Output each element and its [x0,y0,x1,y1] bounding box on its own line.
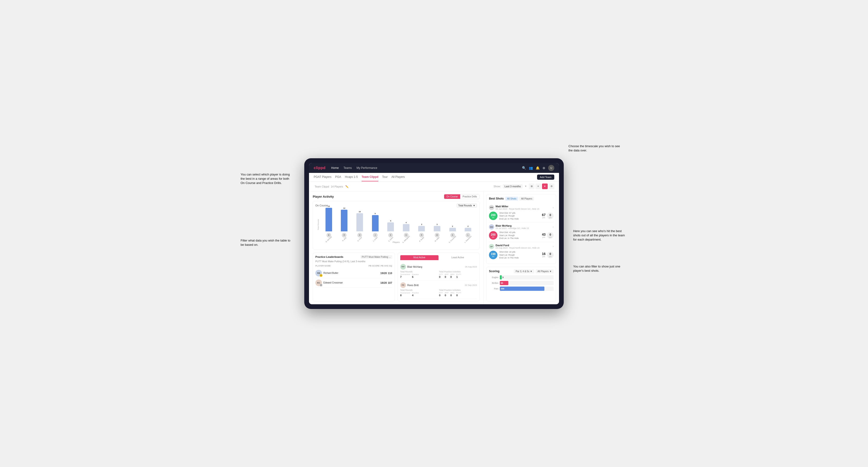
ma-putt-1: PUTT 1 [456,273,461,278]
edit-icon[interactable]: ✏️ [345,185,349,188]
shot-chevron-1[interactable]: › [553,206,554,209]
ma-rounds-row-1: Tournament 7 Practice 6 [400,273,438,278]
bs-filter-all-players[interactable]: All Players [519,197,534,201]
tab-tour[interactable]: Tour [382,173,388,181]
team-header: Team Clippd 14 Players ✏️ Show: Last 3 m… [309,182,559,191]
sub-nav: PGAT Players PGA Hcaps 1-5 Team Clippd T… [309,173,559,182]
shot-item-1[interactable]: MM Matt Miller 09 Jun 2023 · Royal North… [489,203,554,223]
shot-metrics-3: 16 yds 0 yds [542,252,554,258]
scoring-row: Pars 499 [489,286,554,291]
view-list-button[interactable]: ≡ [535,184,541,189]
scoring-bar-fill: 499 [500,286,545,291]
ma-activities-row-2: GTT 0 APP 0 [439,292,477,297]
ma-player-name-2: Rees Britt [407,284,418,286]
shot-metric-zero-1: 0 yds [547,213,554,219]
ma-gtt-2: GTT 0 [439,292,443,297]
ma-date-2: 02 Sep 2023 [465,284,477,286]
shot-metric-dist-1: 67 yds [542,213,546,219]
scoring-row: Birdies 96 [489,281,554,285]
tab-least-active[interactable]: Least Active [438,255,477,260]
shot-avatar-3: DF [489,244,494,249]
shot-item-2[interactable]: BM Blair McHarg 23 Jul 2023 · Ashridge G… [489,222,554,242]
bar-value: 3 [437,223,437,225]
chevron-down-icon[interactable]: ▼ [525,185,527,187]
nav-link-myperformance[interactable]: My Performance [356,166,377,170]
best-shots-title: Best Shots [489,197,504,200]
annotation-right-bottom: You can also filter to show just one pla… [573,264,625,273]
practice-leaderboard-filter[interactable]: PUTT Must Make Putting ... [361,255,392,259]
pb-avatar-1: RB 1 [315,270,322,276]
bar-value: 9 [375,213,375,215]
tab-most-active[interactable]: Most Active [400,255,439,260]
shot-player-name-2: Blair McHarg [496,224,529,227]
pb-row-2[interactable]: EC 2 Edward Crossman 18/20 107 [315,278,392,288]
bar [465,228,471,231]
pb-rank-1: 1 [319,274,322,277]
bar [387,222,394,231]
tab-pga[interactable]: PGA [335,173,341,181]
shot-course-info-3: 24 Aug 2023 · Royal North Devon GC, Hole… [496,247,539,249]
avatar[interactable]: U [548,165,554,171]
bell-icon[interactable]: 🔔 [536,166,540,170]
shot-metrics-1: 67 yds 0 yds [542,213,554,219]
bar [326,208,332,231]
most-active-header: Most Active Least Active [400,255,477,260]
pb-score-2: 18/20 [380,281,387,284]
show-controls: Show: Last 3 months ▼ ⊞ ≡ ♥ ⚙ [493,184,554,189]
ma-practice-val-1: 6 [412,276,419,278]
ma-tournament-2: Tournament 8 [400,292,410,297]
plus-circle-icon[interactable]: ⊕ [542,166,545,170]
view-heart-button[interactable]: ♥ [542,184,548,189]
scoring-filter-players[interactable]: All Players ▼ [536,269,554,273]
search-icon[interactable]: 🔍 [522,166,526,170]
scoring-title: Scoring [489,270,500,273]
tab-team-clippd[interactable]: Team Clippd [362,173,378,181]
shot-chevron-3[interactable]: › [553,245,554,248]
nav-link-home[interactable]: Home [331,166,339,170]
ma-activities-group-1: Total Practice Activities GTT 0 APP [439,271,477,278]
chevron-down-icon: ▼ [549,270,552,273]
tab-all-players[interactable]: All Players [391,173,405,181]
shot-desc-1: Shot Dist: 67 yds Start Lie: Rough End L… [499,212,540,220]
pb-player-name-2: Edward Crossman [323,281,343,284]
nav-link-teams[interactable]: Teams [343,166,352,170]
bs-filter-all-shots[interactable]: All Shots [505,197,518,201]
chart-bars: 13 B B. McHarg 12 R R. Britt 10 D D. For… [322,205,475,240]
view-icons: ⊞ ≡ ♥ ⚙ [529,184,554,189]
pb-avg-2: 107 [388,281,392,284]
ma-player-item-2[interactable]: RB Rees Britt 02 Sep 2023 Total Rounds [400,280,477,299]
shot-player-name-3: David Ford [496,244,539,247]
view-grid-button[interactable]: ⊞ [529,184,534,189]
bar-col: 13 B B. McHarg [322,205,336,240]
ma-player-item-1[interactable]: BM Blair McHarg 26 Aug 2023 Total Rounds [400,262,477,280]
bar-col: 2 L L. Robertson [461,225,475,240]
pb-row-1[interactable]: RB 1 Richard Butler 19/20 110 [315,269,392,278]
view-settings-button[interactable]: ⚙ [549,184,554,189]
bar-value: 2 [452,225,453,227]
bottom-panels: Practice Leaderboards PUTT Must Make Put… [313,253,479,302]
show-period[interactable]: Last 3 months [503,184,523,188]
ma-activities-label-2: Total Practice Activities [439,289,477,291]
player-activity-title: Player Activity [313,195,334,198]
ma-player-top-1: BM Blair McHarg 26 Aug 2023 [400,264,477,270]
scoring-filter-par[interactable]: Par 3, 4 & 5s ▼ [514,269,534,273]
tab-pgat-players[interactable]: PGAT Players [314,173,331,181]
x-axis-label: Players [315,241,477,243]
toggle-on-course[interactable]: On Course [444,194,460,199]
bar [372,215,379,231]
shot-badge-3: 198 SG [489,251,497,259]
tab-hcaps[interactable]: Hcaps 1-5 [345,173,358,181]
pb-avatar-2: EC 2 [315,280,322,286]
toggle-practice-drills[interactable]: Practice Drills [460,194,479,199]
shot-player-details-1: Matt Miller 09 Jun 2023 · Royal North De… [496,205,539,210]
pb-player-name-1: Richard Butler [323,272,338,274]
col-pb-score: PB SCORE [368,264,379,267]
users-icon[interactable]: 👥 [529,166,533,170]
scoring-bar-track: 3 [500,275,554,280]
add-team-button[interactable]: Add Team [537,175,554,180]
sub-nav-tabs: PGAT Players PGA Hcaps 1-5 Team Clippd T… [314,173,405,181]
bar-value: 3 [421,223,422,225]
shot-item-3[interactable]: DF David Ford 24 Aug 2023 · Royal North … [489,242,554,261]
shot-chevron-2[interactable]: › [553,225,554,228]
ma-practice-1: Practice 6 [412,273,419,278]
